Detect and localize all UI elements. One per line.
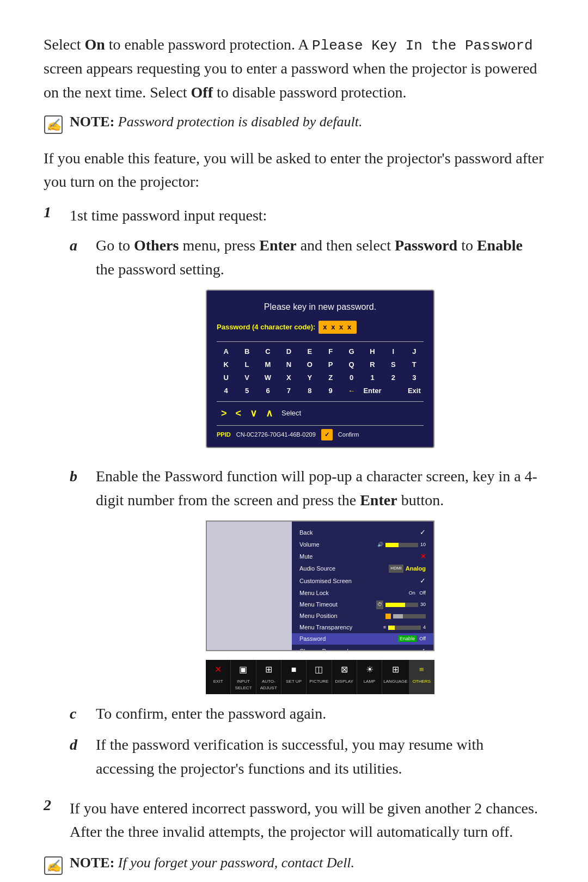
osd-btn-language[interactable]: ⊞ LANGUAGE xyxy=(382,660,409,694)
osd-btn-picture[interactable]: ◫ PICTURE xyxy=(307,660,332,694)
exit-icon: ✕ xyxy=(215,663,222,677)
intro-paragraph: Select On to enable password protection.… xyxy=(44,33,544,104)
pw-nav-row: > < ∨ ∧ Select xyxy=(217,406,424,421)
key-T[interactable]: T xyxy=(405,359,424,370)
key-N[interactable]: N xyxy=(279,359,298,370)
osd-btn-display[interactable]: ⊠ DISPLAY xyxy=(332,660,357,694)
alpha-content-c: To confirm, enter the password again. xyxy=(96,702,544,725)
key-8[interactable]: 8 xyxy=(301,385,319,396)
key-M[interactable]: M xyxy=(259,359,277,370)
key-W[interactable]: W xyxy=(259,372,277,383)
others-label: OTHERS xyxy=(413,678,431,685)
key-4[interactable]: 4 xyxy=(217,385,235,396)
key-9[interactable]: 9 xyxy=(321,385,340,396)
alpha-label-b: b xyxy=(70,464,86,488)
list-item-2: 2 If you have entered incorrect password… xyxy=(44,797,544,844)
key-2[interactable]: 2 xyxy=(384,372,402,383)
key-6[interactable]: 6 xyxy=(259,385,277,396)
input-label: INPUT SELECT xyxy=(232,678,254,692)
osd-row-audio-source: Audio Source HDMI Analog xyxy=(292,563,433,574)
key-L[interactable]: L xyxy=(237,359,256,370)
osd-bottom-bar: ✕ EXIT ▣ INPUT SELECT ⊞ AUTO-ADJUST xyxy=(206,660,434,694)
pw-ppid-row: PPID CN-0C2726-70G41-46B-0209 ✓ Confirm xyxy=(217,425,424,440)
key-Q[interactable]: Q xyxy=(342,359,360,370)
list-num-1: 1 xyxy=(44,204,60,221)
key-Y[interactable]: Y xyxy=(301,372,319,383)
osd-btn-exit[interactable]: ✕ EXIT xyxy=(206,660,231,694)
alpha-label-c: c xyxy=(70,702,86,725)
osd-btn-auto[interactable]: ⊞ AUTO-ADJUST xyxy=(256,660,281,694)
note-icon-2: ✍ xyxy=(44,856,63,875)
key-enter[interactable]: Enter xyxy=(363,385,382,396)
alpha-item-d: d If the password verification is succes… xyxy=(70,733,544,780)
others-icon: ≡ xyxy=(419,663,424,677)
key-K[interactable]: K xyxy=(217,359,235,370)
alpha-content-d: If the password verification is successf… xyxy=(96,733,544,780)
pw-input-row: Password (4 character code): x x x x xyxy=(217,321,424,334)
pw-confirm-label: Confirm xyxy=(338,430,359,439)
display-label: DISPLAY xyxy=(335,678,353,685)
nav-right[interactable]: > xyxy=(221,406,227,421)
svg-text:✍: ✍ xyxy=(45,859,64,873)
lamp-icon: ☀ xyxy=(366,663,373,677)
key-A[interactable]: A xyxy=(217,346,235,357)
key-3[interactable]: 3 xyxy=(405,372,424,383)
setup-label: SET UP xyxy=(286,678,302,685)
pw-keyboard: A B C D E F G H I J K L xyxy=(217,346,424,397)
alpha-item-c: c To confirm, enter the password again. xyxy=(70,702,544,725)
key-I[interactable]: I xyxy=(384,346,402,357)
pw-title: Please key in new password. xyxy=(217,301,424,314)
key-C[interactable]: C xyxy=(259,346,277,357)
key-exit[interactable]: Exit xyxy=(405,385,424,396)
nav-left[interactable]: < xyxy=(236,406,242,421)
key-H[interactable]: H xyxy=(363,346,382,357)
key-backspace[interactable]: ← xyxy=(342,385,360,396)
pw-select-label: Select xyxy=(281,408,301,419)
nav-up[interactable]: ∧ xyxy=(266,406,273,421)
list-content-2: If you have entered incorrect password, … xyxy=(70,797,544,844)
osd-row-password: Password Enable Off xyxy=(292,633,433,645)
key-0[interactable]: 0 xyxy=(342,372,360,383)
alpha-label-d: d xyxy=(70,733,86,756)
key-U[interactable]: U xyxy=(217,372,235,383)
auto-label: AUTO-ADJUST xyxy=(258,678,280,692)
key-X[interactable]: X xyxy=(279,372,298,383)
auto-icon: ⊞ xyxy=(265,663,272,677)
main-list: 1 1st time password input request: a Go … xyxy=(44,204,544,844)
osd-btn-lamp[interactable]: ☀ LAMP xyxy=(357,660,382,694)
osd-btn-others[interactable]: ≡ OTHERS xyxy=(409,660,434,694)
picture-label: PICTURE xyxy=(309,678,328,685)
osd-btn-input[interactable]: ▣ INPUT SELECT xyxy=(231,660,256,694)
key-O[interactable]: O xyxy=(301,359,319,370)
alpha-content-b: Enable the Password function will pop-up… xyxy=(96,464,544,694)
key-J[interactable]: J xyxy=(405,346,424,357)
alpha-item-b: b Enable the Password function will pop-… xyxy=(70,464,544,694)
key-S[interactable]: S xyxy=(384,359,402,370)
alpha-list: a Go to Others menu, press Enter and the… xyxy=(70,234,544,780)
pw-input-label: Password (4 character code): xyxy=(217,322,315,333)
key-D[interactable]: D xyxy=(279,346,298,357)
osd-btn-setup[interactable]: ■ SET UP xyxy=(281,660,307,694)
note-2-text: NOTE: If you forget your password, conta… xyxy=(70,855,354,871)
setup-icon: ■ xyxy=(291,663,297,677)
list-content-1: 1st time password input request: a Go to… xyxy=(70,204,544,788)
key-Z[interactable]: Z xyxy=(321,372,340,383)
alpha-item-a: a Go to Others menu, press Enter and the… xyxy=(70,234,544,457)
key-5[interactable]: 5 xyxy=(237,385,256,396)
key-1[interactable]: 1 xyxy=(363,372,382,383)
key-7[interactable]: 7 xyxy=(279,385,298,396)
key-E[interactable]: E xyxy=(301,346,319,357)
osd-row-change-password: Change Password ✓ xyxy=(292,645,433,651)
key-B[interactable]: B xyxy=(237,346,256,357)
pw-ppid-value: CN-0C2726-70G41-46B-0209 xyxy=(236,430,316,439)
note-block-2: ✍ NOTE: If you forget your password, con… xyxy=(44,855,544,875)
key-F[interactable]: F xyxy=(321,346,340,357)
key-P[interactable]: P xyxy=(321,359,340,370)
nav-down[interactable]: ∨ xyxy=(250,406,257,421)
alpha-content-a: Go to Others menu, press Enter and then … xyxy=(96,234,544,457)
key-V[interactable]: V xyxy=(237,372,256,383)
list-num-2: 2 xyxy=(44,797,60,814)
language-label: LANGUAGE xyxy=(383,678,407,685)
key-R[interactable]: R xyxy=(363,359,382,370)
key-G[interactable]: G xyxy=(342,346,360,357)
